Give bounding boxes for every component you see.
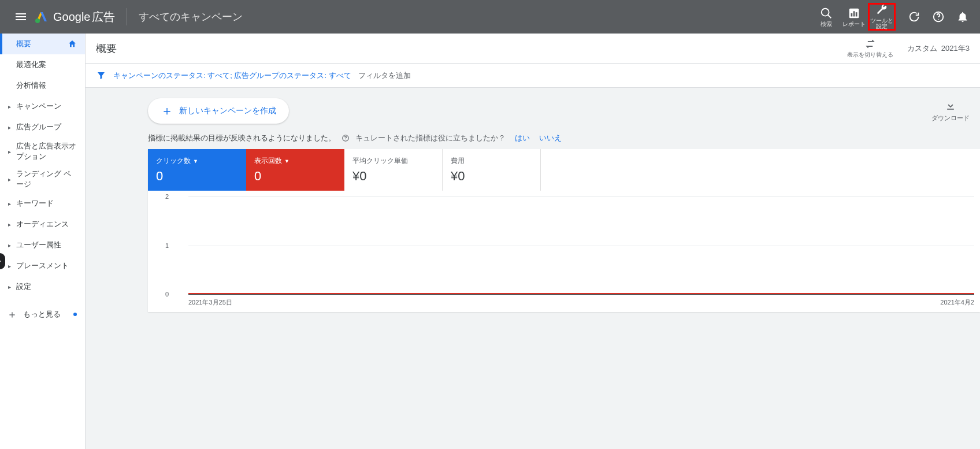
help-button[interactable] <box>931 10 945 24</box>
y-tick: 1 <box>165 242 169 249</box>
nav-landing-pages[interactable]: ▸ランディング ページ <box>0 165 85 193</box>
nav-label: オーディエンス <box>16 219 69 229</box>
card-value: 0 <box>254 169 336 184</box>
page-header: 概要 表示を切り替える カスタム 2021年3 <box>86 34 980 64</box>
nav-label: キャンペーン <box>16 101 61 112</box>
chevron-right-icon: ▸ <box>8 263 11 269</box>
line-chart: 2 1 0 2021年3月25日 2021年4月2 <box>148 191 980 312</box>
metric-card-impressions[interactable]: 表示回数▼ 0 <box>246 149 344 191</box>
nav-audiences[interactable]: ▸オーディエンス <box>0 214 85 235</box>
notification-dot-icon <box>73 313 77 316</box>
card-value: ¥0 <box>352 169 434 184</box>
x-label-end: 2021年4月2 <box>940 298 974 307</box>
tools-settings-button[interactable]: ツールと設定 <box>868 3 896 31</box>
new-campaign-label: 新しいキャンペーンを作成 <box>179 106 276 116</box>
nav-settings[interactable]: ▸設定 <box>0 276 85 297</box>
switch-view-button[interactable]: 表示を切り替える <box>847 38 893 59</box>
metric-card-avg-cpc[interactable]: 平均クリック単価 ¥0 <box>344 149 443 191</box>
nav-insights[interactable]: 分析情報 <box>0 75 85 96</box>
content-body: ＋ 新しいキャンペーンを作成 ダウンロード 指標に掲載結果の目標が反映されるよう… <box>86 88 980 449</box>
chevron-right-icon: ▸ <box>8 149 11 155</box>
filter-icon[interactable] <box>96 70 106 81</box>
nav-label: ランディング ページ <box>16 169 78 190</box>
help-icon[interactable] <box>341 134 350 142</box>
y-tick: 0 <box>165 291 169 298</box>
search-label: 検索 <box>821 21 832 27</box>
nav-label: プレースメント <box>16 261 69 271</box>
nav-keywords[interactable]: ▸キーワード <box>0 193 85 214</box>
y-tick: 2 <box>165 193 169 200</box>
x-label-start: 2021年3月25日 <box>188 298 232 307</box>
svg-point-9 <box>346 139 346 140</box>
caret-down-icon: ▼ <box>284 158 289 164</box>
chevron-right-icon: ▸ <box>8 242 11 248</box>
feedback-yes-button[interactable]: はい <box>515 133 530 143</box>
download-button[interactable]: ダウンロード <box>931 100 970 123</box>
svg-point-7 <box>938 19 938 20</box>
left-sidebar: 概要 最適化案 分析情報 ▸キャンペーン ▸広告グループ ▸広告と広告表示オプシ… <box>0 34 86 449</box>
nav-label: 広告グループ <box>16 122 61 132</box>
nav-demographics[interactable]: ▸ユーザー属性 <box>0 235 85 255</box>
nav-campaigns[interactable]: ▸キャンペーン <box>0 96 85 117</box>
tools-label: ツールと設定 <box>870 18 894 29</box>
nav-placements[interactable]: ▸プレースメント <box>0 255 85 276</box>
product-logo[interactable]: Google広告 <box>35 9 115 25</box>
app-header: Google広告 すべてのキャンペーン 検索 レポート ツールと設定 <box>0 0 980 34</box>
nav-label: 分析情報 <box>16 80 46 91</box>
chevron-right-icon: ▸ <box>8 201 11 207</box>
switch-view-label: 表示を切り替える <box>847 51 893 59</box>
header-actions: 検索 レポート ツールと設定 <box>812 3 896 31</box>
feedback-no-button[interactable]: いいえ <box>539 133 562 143</box>
new-campaign-button[interactable]: ＋ 新しいキャンペーンを作成 <box>148 98 289 124</box>
nav-recommendations[interactable]: 最適化案 <box>0 54 85 75</box>
search-button[interactable]: 検索 <box>812 3 840 31</box>
notifications-button[interactable] <box>956 10 970 24</box>
product-name-text: Google <box>53 10 91 23</box>
filter-bar: キャンペーンのステータス: すべて; 広告グループのステータス: すべて フィル… <box>86 64 980 88</box>
date-range-selector[interactable]: カスタム 2021年3 <box>907 43 970 54</box>
plus-icon: ＋ <box>161 102 173 120</box>
svg-point-1 <box>822 9 829 16</box>
nav-label: 広告と広告表示オプション <box>16 141 78 162</box>
card-label: 表示回数 <box>254 156 282 166</box>
info-row: 指標に掲載結果の目標が反映されるようになりました。 キュレートされた指標は役に立… <box>148 133 980 143</box>
hamburger-icon[interactable] <box>14 10 28 24</box>
nav-label: 最適化案 <box>16 60 46 70</box>
chart-line-impressions <box>188 293 974 294</box>
nav-adgroups[interactable]: ▸広告グループ <box>0 117 85 138</box>
scope-title[interactable]: すべてのキャンペーン <box>139 10 243 24</box>
nav-more[interactable]: ＋ もっと見る <box>0 304 85 325</box>
home-icon <box>68 39 77 49</box>
nav-label: もっと見る <box>23 309 61 320</box>
search-icon <box>819 6 833 20</box>
nav-ads-extensions[interactable]: ▸広告と広告表示オプション <box>0 138 85 165</box>
page-title: 概要 <box>96 42 847 55</box>
add-filter-button[interactable]: フィルタを追加 <box>358 70 411 81</box>
svg-point-0 <box>35 18 40 23</box>
svg-rect-3 <box>851 13 853 17</box>
header-divider <box>127 8 127 25</box>
main-content: 概要 表示を切り替える カスタム 2021年3 キャンペーンのステータス: すべ… <box>86 34 980 449</box>
refresh-button[interactable] <box>907 10 921 24</box>
nav-label: 設定 <box>16 281 31 292</box>
chevron-right-icon: ▸ <box>8 103 11 110</box>
plus-icon: ＋ <box>7 307 17 321</box>
metric-card-cost[interactable]: 費用 ¥0 <box>443 149 541 191</box>
reports-button[interactable]: レポート <box>840 3 868 31</box>
svg-rect-5 <box>856 12 858 16</box>
filter-chip-status[interactable]: キャンペーンのステータス: すべて; 広告グループのステータス: すべて <box>113 70 351 81</box>
chevron-right-icon: ▸ <box>8 124 11 131</box>
swap-icon <box>864 38 876 50</box>
card-label: クリック数 <box>156 156 191 166</box>
download-label: ダウンロード <box>931 114 970 123</box>
google-ads-logo-icon <box>35 10 49 24</box>
metric-card-clicks[interactable]: クリック数▼ 0 <box>148 149 246 191</box>
chevron-right-icon: ▸ <box>8 284 11 290</box>
svg-rect-4 <box>853 11 855 16</box>
reports-label: レポート <box>842 21 866 27</box>
nav-label: ユーザー属性 <box>16 240 61 250</box>
nav-label: 概要 <box>16 39 31 49</box>
product-name: Google広告 <box>53 9 115 25</box>
card-value: 0 <box>156 169 238 184</box>
nav-overview[interactable]: 概要 <box>0 34 85 54</box>
